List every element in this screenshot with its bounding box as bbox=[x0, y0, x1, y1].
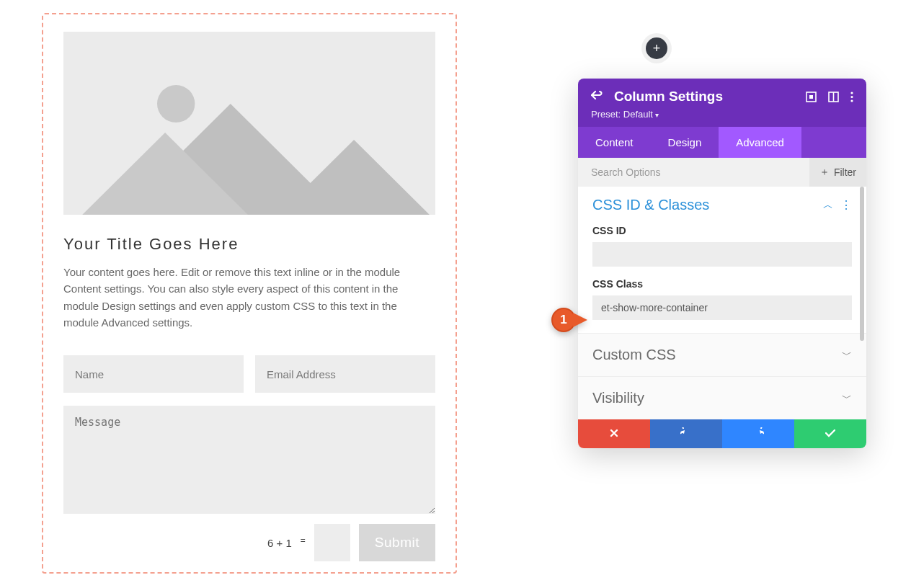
scrollbar[interactable] bbox=[860, 187, 864, 341]
check-icon bbox=[825, 427, 835, 440]
redo-button[interactable] bbox=[722, 419, 794, 448]
panel-title: Column Settings bbox=[614, 89, 796, 104]
content-body: Your content goes here. Edit or remove t… bbox=[63, 264, 435, 331]
callout-pointer: 1 bbox=[551, 308, 587, 332]
cancel-button[interactable] bbox=[578, 419, 650, 448]
email-field[interactable] bbox=[255, 355, 435, 393]
submit-button[interactable]: Submit bbox=[359, 524, 435, 561]
css-class-label: CSS Class bbox=[592, 278, 852, 290]
add-fab[interactable]: + bbox=[646, 37, 667, 59]
search-input[interactable] bbox=[578, 158, 809, 187]
css-id-label: CSS ID bbox=[592, 225, 852, 236]
form-row bbox=[63, 355, 435, 393]
panel-body: CSS ID & Classes ︿ ⋮ CSS ID CSS Class Cu… bbox=[578, 187, 866, 419]
chevron-down-icon: ﹀ bbox=[842, 349, 852, 362]
css-id-input[interactable] bbox=[592, 242, 852, 267]
svg-point-9 bbox=[850, 95, 853, 97]
message-field[interactable] bbox=[63, 406, 435, 514]
content-title: Your Title Goes Here bbox=[63, 235, 435, 254]
save-button[interactable] bbox=[794, 419, 866, 448]
chevron-down-icon: ﹀ bbox=[842, 392, 852, 405]
tab-content[interactable]: Content bbox=[578, 127, 651, 158]
css-class-input[interactable] bbox=[592, 295, 852, 320]
back-icon[interactable] bbox=[591, 90, 604, 103]
captcha-equals: = bbox=[301, 535, 306, 545]
columns-icon[interactable] bbox=[828, 92, 839, 102]
callout-number: 1 bbox=[551, 308, 576, 332]
image-placeholder bbox=[63, 32, 435, 215]
section-css-id-classes: CSS ID & Classes ︿ ⋮ CSS ID CSS Class bbox=[578, 187, 866, 334]
section-title: Visibility bbox=[592, 390, 842, 406]
section-title[interactable]: CSS ID & Classes bbox=[592, 197, 823, 213]
captcha-input[interactable] bbox=[314, 524, 350, 561]
svg-point-8 bbox=[850, 92, 853, 94]
tab-advanced[interactable]: Advanced bbox=[719, 127, 801, 158]
close-icon bbox=[610, 427, 618, 440]
section-custom-css[interactable]: Custom CSS ﹀ bbox=[578, 334, 866, 377]
plus-icon: ＋ bbox=[819, 166, 830, 179]
undo-icon bbox=[680, 427, 692, 440]
plus-icon: + bbox=[653, 41, 661, 56]
redo-icon bbox=[752, 427, 764, 440]
snap-icon[interactable] bbox=[806, 92, 817, 102]
tab-design[interactable]: Design bbox=[651, 127, 719, 158]
content-column: Your Title Goes Here Your content goes h… bbox=[42, 13, 457, 574]
kebab-icon[interactable] bbox=[850, 92, 853, 102]
panel-header: Column Settings Preset: Default bbox=[578, 79, 866, 127]
kebab-icon[interactable]: ⋮ bbox=[840, 198, 852, 212]
chevron-up-icon[interactable]: ︿ bbox=[823, 199, 833, 212]
section-visibility[interactable]: Visibility ﹀ bbox=[578, 377, 866, 419]
captcha-expression: 6 + 1 bbox=[267, 537, 292, 549]
section-title: Custom CSS bbox=[592, 347, 842, 363]
svg-point-10 bbox=[850, 99, 853, 102]
panel-tabs: Content Design Advanced bbox=[578, 127, 866, 158]
undo-button[interactable] bbox=[650, 419, 722, 448]
search-row: ＋ Filter bbox=[578, 158, 866, 187]
callout-arrow-icon bbox=[573, 313, 587, 327]
filter-label: Filter bbox=[834, 166, 856, 178]
filter-button[interactable]: ＋ Filter bbox=[809, 158, 866, 187]
form-bottom-row: 6 + 1 = Submit bbox=[63, 524, 435, 561]
preset-dropdown[interactable]: Preset: Default bbox=[591, 109, 853, 120]
name-field[interactable] bbox=[63, 355, 244, 393]
svg-rect-5 bbox=[809, 95, 813, 99]
settings-panel: Column Settings Preset: Default Content … bbox=[578, 79, 866, 448]
svg-point-1 bbox=[157, 85, 195, 122]
panel-footer bbox=[578, 419, 866, 448]
